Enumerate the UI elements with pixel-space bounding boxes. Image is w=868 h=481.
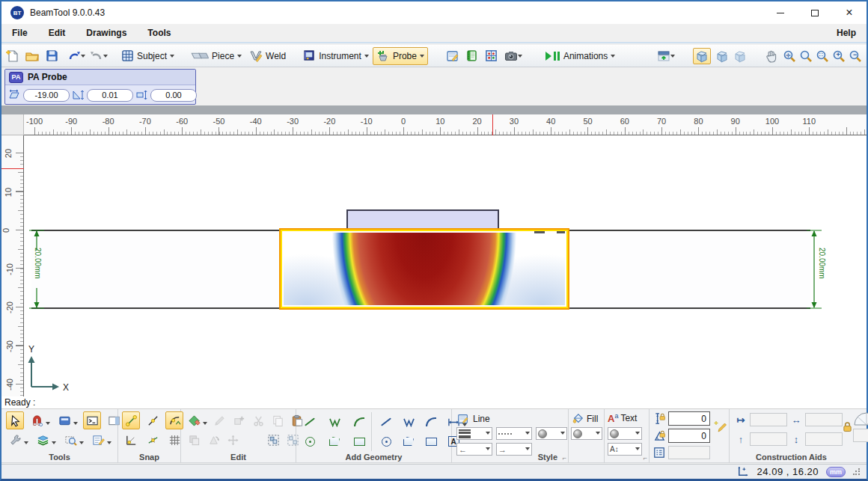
select-tool-button[interactable] bbox=[6, 411, 24, 429]
instrument-button[interactable]: Instrument bbox=[299, 47, 373, 65]
camera-dropdown-caret[interactable] bbox=[518, 55, 522, 60]
menu-edit[interactable]: Edit bbox=[38, 24, 76, 42]
h-ruler-label: -80 bbox=[103, 117, 114, 126]
group-button[interactable] bbox=[264, 431, 282, 449]
rotate-button[interactable] bbox=[204, 431, 222, 449]
add-arc-green-button[interactable] bbox=[350, 413, 368, 431]
view-cube-wire-icon[interactable] bbox=[733, 49, 747, 63]
pan-hand-icon[interactable] bbox=[765, 49, 778, 63]
fill-color-select[interactable] bbox=[571, 427, 602, 440]
panel-view-button[interactable] bbox=[55, 411, 73, 429]
cut-button[interactable] bbox=[249, 411, 267, 429]
vertical-ruler[interactable]: 20100-10-20-30-40 bbox=[1, 135, 24, 396]
panel-layout-icon[interactable] bbox=[657, 49, 670, 63]
snap-endpoint-button[interactable] bbox=[122, 411, 140, 429]
copy-button[interactable] bbox=[269, 411, 287, 429]
zoom-window-icon[interactable] bbox=[799, 49, 813, 63]
redo-dropdown-caret[interactable] bbox=[103, 55, 108, 60]
text-size-select[interactable]: A↕ bbox=[608, 443, 642, 456]
probe-angle-field[interactable]: 0.01 bbox=[87, 89, 133, 102]
beamset-grid-icon[interactable] bbox=[485, 49, 498, 63]
drawing-canvas[interactable]: 20.00mm 20.00mm Y X bbox=[24, 135, 867, 396]
ruler-corner bbox=[1, 114, 24, 135]
add-polyline-green-button[interactable] bbox=[326, 413, 343, 431]
open-icon[interactable] bbox=[25, 49, 39, 63]
move-button[interactable] bbox=[224, 431, 242, 449]
protractor-icon[interactable] bbox=[853, 411, 868, 429]
width-arrow-icon: ↔ bbox=[789, 414, 803, 426]
zoom-out-icon[interactable]: − bbox=[849, 49, 862, 63]
add-polygon-blue-button[interactable] bbox=[400, 432, 418, 450]
maximize-button[interactable] bbox=[798, 1, 832, 24]
menu-file[interactable]: File bbox=[1, 24, 38, 42]
list-properties-icon[interactable] bbox=[652, 446, 666, 459]
add-copy-button[interactable] bbox=[230, 411, 248, 429]
weld-button[interactable]: Weld bbox=[245, 47, 290, 65]
command-console-button[interactable] bbox=[83, 411, 101, 429]
add-rectangle-blue-button[interactable] bbox=[422, 432, 440, 450]
panel-layout-caret[interactable] bbox=[670, 55, 675, 60]
snap-node-button[interactable] bbox=[144, 431, 162, 449]
sketch-pad-icon[interactable] bbox=[446, 49, 459, 63]
minimize-button[interactable] bbox=[763, 1, 798, 24]
settings-wrench-button[interactable] bbox=[6, 431, 24, 449]
snapshot-camera-icon[interactable] bbox=[504, 49, 518, 63]
angle-input[interactable]: 0 bbox=[668, 429, 710, 443]
line-color-select[interactable] bbox=[536, 427, 567, 440]
add-arc-blue-button[interactable] bbox=[422, 413, 440, 431]
close-button[interactable]: × bbox=[832, 1, 867, 24]
add-circle-blue-button[interactable] bbox=[377, 432, 395, 450]
snap-axis-button[interactable] bbox=[122, 431, 140, 449]
list-edit-button[interactable] bbox=[89, 431, 107, 449]
order-button[interactable] bbox=[185, 431, 203, 449]
units-badge[interactable]: mm bbox=[826, 467, 846, 477]
main-toolbar: Subject Piece Weld Instrument Probe bbox=[1, 45, 867, 67]
add-rectangle-green-button[interactable] bbox=[350, 432, 368, 450]
horizontal-ruler[interactable]: -100-90-80-70-60-50-40-30-20-10010203040… bbox=[24, 114, 867, 135]
subject-button[interactable]: Subject bbox=[117, 47, 178, 65]
redo-icon[interactable] bbox=[90, 49, 103, 63]
zoom-selection-icon[interactable]: ∷ bbox=[816, 49, 829, 63]
erase-button[interactable] bbox=[210, 411, 228, 429]
line-dash-select[interactable] bbox=[496, 427, 532, 440]
line-width-select[interactable] bbox=[456, 427, 492, 440]
view-cube-solid-button[interactable] bbox=[693, 48, 711, 64]
menu-help[interactable]: Help bbox=[826, 24, 867, 42]
text-color-select[interactable] bbox=[608, 427, 642, 440]
add-line-blue-button[interactable] bbox=[377, 413, 395, 431]
animations-button[interactable]: Animations bbox=[540, 47, 619, 65]
magnet-tool-button[interactable] bbox=[28, 411, 46, 429]
fill-style-button[interactable] bbox=[185, 411, 203, 429]
view-cube-front-icon[interactable] bbox=[715, 49, 729, 63]
text-dialog-launcher[interactable]: ⌐ bbox=[644, 454, 647, 462]
menu-tools[interactable]: Tools bbox=[137, 24, 181, 42]
snap-midpoint-button[interactable] bbox=[144, 411, 162, 429]
piece-button[interactable]: Piece bbox=[187, 47, 245, 65]
beam-simulation[interactable] bbox=[279, 228, 569, 310]
layers-button[interactable] bbox=[34, 431, 52, 449]
probe-x-offset-field[interactable]: -19.00 bbox=[23, 89, 70, 102]
undo-icon[interactable] bbox=[67, 49, 81, 63]
probe-element-width-field[interactable]: 0.00 bbox=[150, 89, 197, 102]
notebook-icon[interactable] bbox=[465, 49, 479, 63]
edit-pencil-icon[interactable] bbox=[714, 420, 727, 433]
zoom-in-icon[interactable]: + bbox=[832, 49, 846, 63]
menu-drawings[interactable]: Drawings bbox=[76, 24, 137, 42]
resize-grip[interactable] bbox=[853, 468, 861, 476]
bottom-ribbon: Tools Snap bbox=[1, 409, 867, 463]
h-ruler-label: 0 bbox=[401, 117, 406, 126]
add-polyline-blue-button[interactable] bbox=[400, 413, 418, 431]
zoom-region-button[interactable] bbox=[61, 431, 79, 449]
zoom-extents-icon[interactable]: ✛ bbox=[783, 49, 796, 63]
style-dialog-launcher[interactable]: ⌐ bbox=[563, 454, 566, 462]
undo-dropdown-caret[interactable] bbox=[81, 55, 85, 60]
add-line-green-button[interactable] bbox=[301, 413, 319, 431]
new-document-icon[interactable] bbox=[6, 49, 19, 63]
aspect-lock-icon[interactable] bbox=[840, 420, 854, 433]
add-circle-green-button[interactable] bbox=[301, 432, 319, 450]
pa-probe-panel[interactable]: PA PA Probe -19.00 0.01 0.00 bbox=[4, 69, 196, 105]
add-polygon-green-button[interactable] bbox=[326, 432, 343, 450]
probe-button[interactable]: Probe bbox=[373, 47, 428, 65]
height-input[interactable]: 0 bbox=[668, 411, 710, 426]
save-icon[interactable] bbox=[45, 49, 58, 63]
